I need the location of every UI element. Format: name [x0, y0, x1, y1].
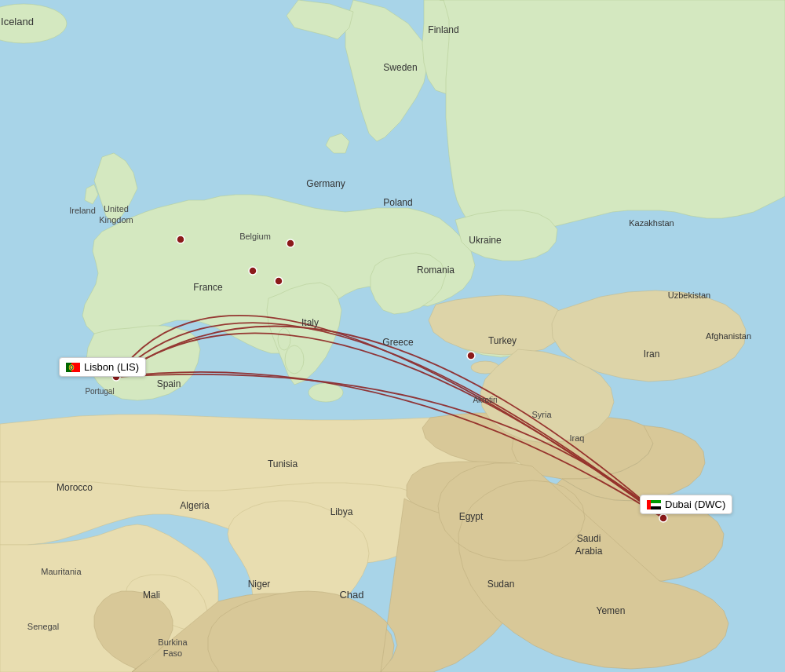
label-tunisia: Tunisia [268, 458, 298, 469]
label-italy: Italy [301, 317, 319, 328]
lisbon-label-text: Lisbon (LIS) [84, 361, 139, 373]
label-iceland: Iceland [1, 16, 34, 27]
label-finland: Finland [428, 24, 458, 35]
label-kazakhstan: Kazakhstan [629, 218, 674, 228]
route-dot-brussels [249, 267, 257, 275]
map-svg: Iceland Finland Sweden United Kingdom Ir… [0, 0, 785, 672]
portugal-flag [66, 363, 80, 372]
svg-rect-13 [647, 500, 651, 509]
lisbon-label: Lisbon (LIS) [59, 357, 146, 377]
dubai-label: Dubai (DWC) [640, 495, 732, 514]
label-iraq: Iraq [570, 433, 585, 443]
label-turkey: Turkey [488, 335, 517, 346]
svg-point-3 [285, 345, 304, 374]
label-algeria: Algeria [180, 500, 210, 511]
label-ukraine: Ukraine [469, 235, 502, 246]
route-dot-london [177, 236, 184, 243]
label-mauritania: Mauritania [41, 567, 82, 576]
route-dot-frankfurt [275, 277, 283, 285]
label-sudan: Sudan [487, 579, 515, 590]
label-romania: Romania [417, 265, 455, 276]
label-akrotiri: Akrotiri [473, 396, 497, 404]
svg-point-4 [278, 328, 290, 350]
route-dot-paris [287, 239, 294, 247]
label-senegal: Senegal [27, 622, 59, 631]
label-uzbekistan: Uzbekistan [668, 290, 710, 300]
label-greece: Greece [382, 337, 414, 348]
label-uk-1: United [104, 204, 129, 214]
label-burkina-2: Faso [163, 648, 182, 658]
label-saudi-1: Saudi [577, 533, 601, 544]
label-egypt: Egypt [459, 511, 484, 522]
route-dot-dubai [659, 514, 667, 522]
label-chad: Chad [339, 589, 363, 601]
label-ireland: Ireland [69, 206, 96, 215]
label-morocco: Morocco [57, 482, 93, 493]
label-sweden: Sweden [383, 62, 417, 73]
label-libya: Libya [330, 506, 353, 517]
label-iran: Iran [644, 349, 660, 360]
label-portugal: Portugal [85, 387, 114, 396]
label-uk-2: Kingdom [99, 215, 133, 225]
label-spain: Spain [157, 378, 181, 389]
label-germany: Germany [306, 178, 345, 189]
label-saudi-2: Arabia [575, 546, 603, 557]
label-syria: Syria [531, 410, 552, 419]
svg-point-2 [309, 383, 343, 402]
label-afghanistan: Afghanistan [706, 331, 751, 341]
label-burkina-1: Burkina [158, 637, 188, 647]
route-dot-turkey [467, 352, 475, 360]
map-container: Iceland Finland Sweden United Kingdom Ir… [0, 0, 785, 672]
uae-flag [647, 500, 661, 509]
label-belgium: Belgium [239, 232, 271, 241]
label-poland: Poland [383, 197, 412, 208]
dubai-label-text: Dubai (DWC) [665, 499, 725, 510]
label-mali: Mali [143, 590, 160, 601]
label-yemen: Yemen [597, 605, 626, 616]
label-niger: Niger [248, 579, 271, 590]
label-france: France [193, 282, 223, 293]
